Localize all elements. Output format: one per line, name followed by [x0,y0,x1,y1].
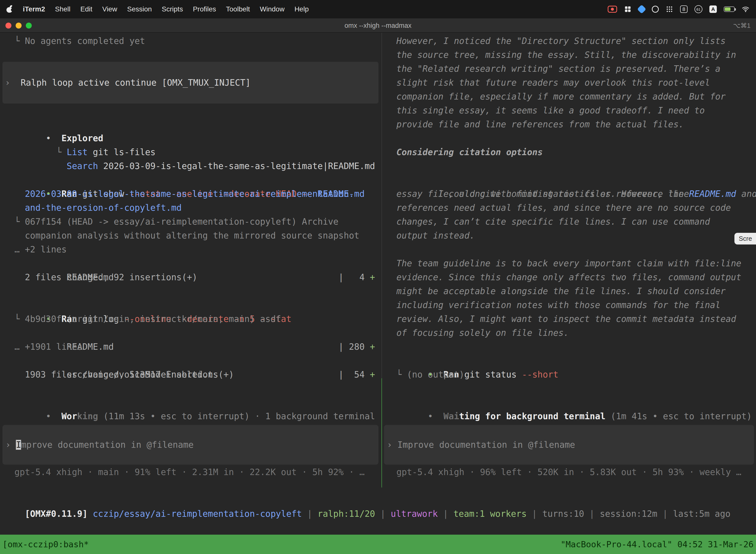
bullet: • [428,411,433,421]
prompt-input[interactable]: › Improve documentation in @filename [384,425,754,465]
input-text: Improve documentation in @filename [397,440,575,450]
thinking-line: evidence. Since this change only affects… [382,270,756,284]
omx-version: [OMX#0.11.9] [25,509,87,519]
thinking-line: However, I noticed the "Directory Struct… [382,34,756,48]
input-text: mprove documentation in @filename [21,440,193,450]
menu-item-session[interactable]: Session [127,5,152,13]
mode-badge: ultrawork [391,509,438,519]
inject-banner: › Ralph loop active continue [OMX_TMUX_I… [2,62,378,104]
window-title: omx --xhigh --madmax [0,18,756,33]
explored-line: • Explored [0,117,381,131]
turns-counter: turns:10 [542,509,584,519]
working-detail: (11m 13s • esc to interrupt) · 1 backgro… [98,411,381,421]
dots-grid-icon[interactable] [666,5,673,13]
text-cursor: I [16,440,21,450]
diffstat-text: README.md | 280 [67,342,370,352]
prompt-chevron: › [5,78,10,88]
waiting-shimmer-dim: Wai [433,411,459,421]
omx-branch: cczip/essay/ai-reimplementation-copyleft [87,509,302,519]
window-shortcut-hint: ⌥⌘1 [733,18,751,33]
thinking-line: slight risk that future readers may over… [382,76,756,90]
apple-menu-icon[interactable] [6,5,13,13]
menu-item-shell[interactable]: Shell [55,5,70,13]
desktop: iTerm2 Shell Edit View Session Scripts P… [0,0,756,554]
tmux-host-clock: "MacBook-Pro-44.local" 04:52 31-Mar-26 [561,539,754,549]
explored-title: Explored [51,133,104,143]
thinking-line: of focusing solely on file lines. [382,326,756,340]
cmd-output-line: … +2 lines [0,242,381,257]
battery-percent-icon[interactable]: 61 [694,5,702,13]
separator: | [302,509,317,519]
left-pane[interactable]: └ No agents completed yet › Ralph loop a… [0,33,381,488]
tree-connector: └ [56,147,67,157]
separator: | [657,509,673,519]
action-args: 2026-03-09-is-legal-the-same-as-legitima… [98,161,375,171]
thinking-line: The team guideline is to back every impo… [382,257,756,270]
model-status-line: gpt-5.4 xhigh · 96% left · 520K in · 5.8… [382,465,756,479]
cmd-git-show-line: • Ran git show --stat --oneline --decora… [0,173,381,187]
thinking-line: the source tree, missing the essay. Stil… [382,48,756,62]
menu-item-view[interactable]: View [102,5,117,13]
model-status-line: gpt-5.4 xhigh · main · 91% left · 2.31M … [0,465,381,479]
action-label: Search [67,161,98,171]
separator: | [526,509,542,519]
terminal: └ No agents completed yet › Ralph loop a… [0,33,756,488]
waiting-shimmer-bright: ting for background terminal [459,411,606,421]
bullet: • [46,133,51,143]
tmux-status-bar: [omx-cczip0:bash* "MacBook-Pro-44.local"… [0,535,756,554]
command-text: git status [459,370,522,380]
keyboard-grid-icon[interactable] [624,5,631,13]
tmux-session-window: [omx-cczip0:bash* [2,539,89,549]
menu-item-scripts[interactable]: Scripts [162,5,183,13]
keycap-icon[interactable]: 8 [680,5,688,13]
working-shimmer-dim: king [77,411,98,421]
action-args: git ls-files [87,147,155,157]
menu-bar-status-icons: 8 61 A [608,5,750,13]
prompt-input[interactable]: › Improve documentation in @filename [2,425,378,465]
prompt-chevron: › [5,440,16,450]
thinking-line: the "Related research writing" section i… [382,62,756,76]
prompt-chevron: › [387,440,397,450]
right-pane[interactable]: However, I noticed the "Directory Struct… [382,33,756,488]
diffstat-line: README.md | 280 + [0,326,381,340]
menu-item-profiles[interactable]: Profiles [193,5,216,13]
input-source-icon[interactable]: A [709,5,717,13]
diffstat-plus: + [370,342,375,352]
bullet: • [46,411,51,421]
cmd-wrap-line: and-the-erosion-of-copyleft.md [0,201,381,215]
wifi-icon[interactable] [742,5,750,13]
thinking-line: might be acceptable alongside the file l… [382,284,756,298]
thinking-line: this single essay, it seems like a good … [382,104,756,117]
cmd-output-line: └ (no output) [382,368,756,382]
raycast-icon[interactable] [637,5,646,14]
cmd-output-line: └ 4b9d30f (origin/main, instructkr/main,… [0,312,381,326]
separator: | [584,509,600,519]
working-status-line: • Working (11m 13s • esc to interrupt) ·… [0,395,381,409]
omx-status-bar: [OMX#0.11.9] cczip/essay/ai-reimplementa… [0,493,756,507]
waiting-detail: (1m 41s • esc to interrupt) [606,411,752,421]
action-label: List [67,147,87,157]
screen-record-indicator-icon[interactable] [608,6,617,13]
menu-bar: iTerm2 Shell Edit View Session Scripts P… [0,0,756,18]
circle-app-icon[interactable] [652,6,659,13]
waiting-status-line: • Waiting for background terminal (1m 41… [382,395,756,409]
diffstat-plus: + [370,272,375,282]
menu-item-edit[interactable]: Edit [80,5,92,13]
thinking-line: I could cite commit statistics or refere… [382,173,756,187]
menu-item-iterm2[interactable]: iTerm2 [23,5,45,13]
last-activity: last:5m ago [673,509,731,519]
title-bar: omx --xhigh --madmax ⌥⌘1 [0,18,756,33]
thinking-line: provide file and line references from th… [382,117,756,131]
diffstat-plus: + [370,370,375,380]
menu-item-window[interactable]: Window [260,5,285,13]
battery-icon[interactable] [724,6,735,12]
thinking-line: output instead. [382,229,756,242]
screen-share-tab[interactable]: Scre [735,233,756,244]
menu-item-toolbelt[interactable]: Toolbelt [226,5,250,13]
thinking-line: references need actual files, and since … [382,201,756,215]
thinking-text: and [736,189,756,199]
menu-item-help[interactable]: Help [295,5,309,13]
file-reference: README.md [689,189,736,199]
thinking-line: changes, I can’t cite specific file line… [382,215,756,229]
command-flags: --short [522,370,559,380]
